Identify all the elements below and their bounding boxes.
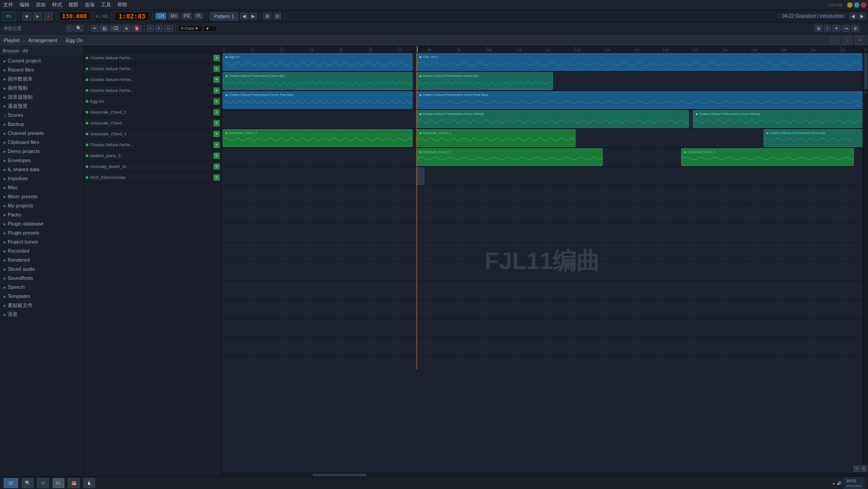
tool-r2[interactable]: ↕: [824, 25, 831, 32]
piano-roll-button[interactable]: PR: [181, 13, 192, 19]
sidebar-item-recorded[interactable]: ▸ Recorded: [0, 246, 83, 255]
taskbar-app-3[interactable]: 🐧: [83, 478, 95, 488]
instrument-item-0[interactable]: Charles Deluxe Perfor... +: [84, 53, 222, 63]
sidebar-item-mixer-presets[interactable]: ▸ 混音器预制: [0, 92, 83, 101]
sidebar-item-scores[interactable]: ♩ Scores: [0, 110, 83, 120]
sidebar-item-plugin-presets[interactable]: ▸ 插件预制: [0, 83, 83, 92]
browser-search[interactable]: 🔍: [74, 25, 84, 32]
sidebar-item-recent-files[interactable]: ▸ Recent files: [0, 65, 83, 74]
taskbar-btn-1[interactable]: 🔍: [22, 478, 34, 488]
playlist-button[interactable]: PL: [194, 13, 204, 19]
start-button[interactable]: ⊞: [4, 478, 18, 488]
sidebar-item-plugin-p2[interactable]: ▸ Plugin presets: [0, 228, 83, 237]
zoom-in[interactable]: +: [155, 25, 163, 32]
sidebar-item-il-shared[interactable]: ▸ IL shared data: [0, 165, 83, 174]
sidebar-item-channel-presets2[interactable]: ▸ Channel presets: [0, 129, 83, 138]
scroll-down-arrow[interactable]: ▼: [864, 91, 868, 95]
instrument-item-3[interactable]: Charles Deluxe Perfor... +: [84, 85, 222, 96]
minimize-button[interactable]: [847, 2, 853, 8]
menu-item-add[interactable]: 添加: [34, 1, 47, 8]
browser-up[interactable]: ↑: [66, 25, 72, 32]
tool-r4[interactable]: ⇥: [842, 25, 850, 32]
zoom-h[interactable]: ↔: [164, 25, 173, 32]
add-pattern-button[interactable]: +: [213, 109, 220, 115]
sidebar-item-yu-yin[interactable]: ▸ 语音: [0, 310, 83, 319]
tool-mute[interactable]: 🔇: [132, 25, 142, 32]
playlist-label[interactable]: Playlist: [4, 38, 19, 43]
tool-select[interactable]: ▧: [100, 25, 109, 32]
add-pattern-button[interactable]: +: [213, 120, 220, 126]
instrument-item-4[interactable]: Egg On +: [84, 96, 222, 107]
tool-erase[interactable]: ⌫: [110, 25, 121, 32]
sidebar-item-packs[interactable]: ▸ Packs: [0, 210, 83, 219]
current-pattern-label[interactable]: Egg On: [66, 38, 83, 43]
plugin-prev[interactable]: ◀: [849, 13, 857, 19]
instrument-item-8[interactable]: Charles Deluxe Perfor... +: [84, 139, 222, 150]
plugin-next[interactable]: ▶: [858, 13, 866, 19]
playlist-minimize[interactable]: −: [830, 36, 839, 44]
close-button[interactable]: [861, 2, 866, 8]
instrument-item-11[interactable]: NCD_ElectricGuitar +: [84, 172, 222, 183]
channel-rack-button[interactable]: CH: [155, 13, 166, 19]
instrument-item-6[interactable]: Greyscale_Chord +: [84, 118, 222, 129]
instrument-item-9[interactable]: padded_piano_3 +: [84, 150, 222, 161]
add-pattern-button[interactable]: +: [213, 163, 220, 170]
arrangement-label[interactable]: Arrangement: [29, 38, 58, 43]
add-pattern-button[interactable]: +: [213, 87, 220, 94]
fl-logo[interactable]: FL: [2, 11, 16, 21]
sidebar-item-project-bones[interactable]: ▸ Project bones: [0, 237, 83, 246]
bpm-display[interactable]: 130.000: [59, 12, 90, 20]
taskbar-btn-2[interactable]: ⊟: [37, 478, 49, 488]
play-button[interactable]: ▶: [33, 12, 42, 20]
pattern-prev[interactable]: ◀: [240, 13, 248, 19]
quantize-button[interactable]: ⊟: [273, 13, 281, 19]
menu-item-edit[interactable]: 编辑: [18, 1, 31, 8]
stop-button[interactable]: ■: [22, 12, 31, 20]
menu-item-help[interactable]: 帮助: [116, 1, 129, 8]
tool-r5[interactable]: ⊕: [851, 25, 859, 32]
scroll-thumb[interactable]: [864, 53, 868, 89]
taskbar-app-fl[interactable]: FL: [53, 478, 64, 488]
tracks-canvas[interactable]: ▶ Egg On ▶ Cha...ms 2 ▶ Charles Deluxe P…: [222, 53, 863, 473]
sidebar-item-demo[interactable]: ▸ Demo projects: [0, 147, 83, 156]
sidebar-item-clipboard[interactable]: ▸ Clipboard files: [0, 138, 83, 147]
add-pattern-button[interactable]: +: [213, 98, 220, 105]
sidebar-item-plugin-db[interactable]: ▸ 插件数据库: [0, 74, 83, 83]
sidebar-item-mixer-p[interactable]: ▸ Mixer presets: [0, 192, 83, 201]
instrument-item-2[interactable]: Charles Deluxe Perfor... +: [84, 74, 222, 85]
scroll-up-arrow[interactable]: ▲: [864, 47, 868, 51]
bar-dropdown[interactable]: ▼: [203, 25, 217, 32]
taskbar-app-2[interactable]: 🦊: [68, 478, 80, 488]
maximize-button[interactable]: [854, 2, 859, 8]
tool-draw[interactable]: ✏: [91, 25, 99, 32]
sidebar-item-channel-presets[interactable]: ▸ 通道预置: [0, 101, 83, 110]
mixer-button[interactable]: MX: [168, 13, 179, 19]
instrument-item-1[interactable]: Charles Deluxe Perfor... +: [84, 63, 222, 74]
tool-zoom[interactable]: ⊕: [122, 25, 130, 32]
instrument-item-5[interactable]: Greyscale_Chord_2 +: [84, 107, 222, 118]
record-button[interactable]: ●: [44, 12, 53, 20]
horizontal-scrollbar[interactable]: [222, 473, 863, 476]
menu-item-options[interactable]: 选项: [83, 1, 96, 8]
instrument-item-7[interactable]: Greyscale_Chord_3 +: [84, 129, 222, 139]
menu-item-view[interactable]: 视图: [67, 1, 80, 8]
sidebar-item-su-tie[interactable]: ▸ 素贴板文件: [0, 301, 83, 310]
add-pattern-button[interactable]: +: [213, 66, 220, 72]
sidebar-item-rendered[interactable]: ▸ Rendered: [0, 255, 83, 264]
tool-r1[interactable]: ⊞: [815, 25, 823, 32]
sidebar-item-misc[interactable]: ▸ Misc: [0, 183, 83, 192]
sidebar-item-sliced-audio[interactable]: ▸ Sliced audio: [0, 264, 83, 273]
add-pattern-button[interactable]: +: [213, 142, 220, 148]
view-btn-1[interactable]: 中: [854, 465, 860, 472]
playlist-maximize[interactable]: □: [843, 36, 852, 44]
view-btn-2[interactable]: ⊞: [861, 465, 867, 472]
sidebar-item-plugin-db2[interactable]: ▸ Plugin database: [0, 219, 83, 228]
tool-r3[interactable]: ✦: [832, 25, 840, 32]
add-pattern-button[interactable]: +: [213, 174, 220, 181]
add-pattern-button[interactable]: +: [213, 55, 220, 61]
sidebar-item-impulses[interactable]: ▸ Impulses: [0, 174, 83, 183]
add-pattern-button[interactable]: +: [213, 77, 220, 83]
snap-dropdown[interactable]: F-Cont ▼: [178, 25, 202, 32]
pattern-select[interactable]: Pattern 1: [210, 12, 238, 20]
zoom-out[interactable]: −: [147, 25, 154, 32]
